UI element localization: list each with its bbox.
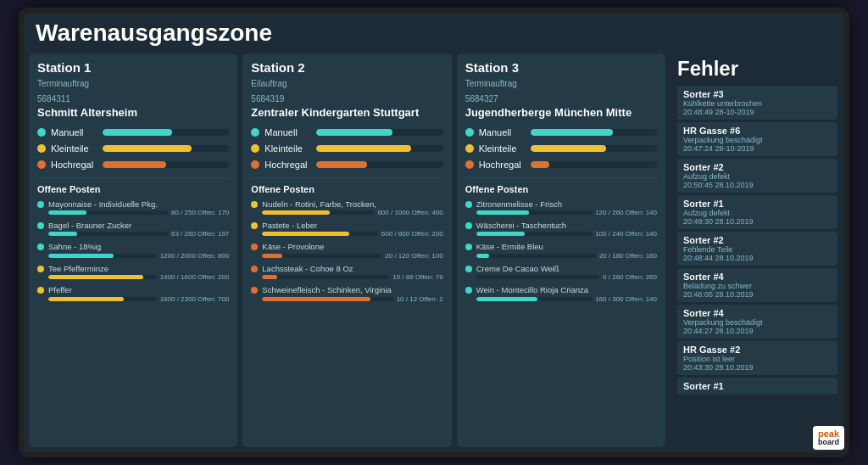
posten-bar-bg-0 [262,210,374,215]
posten-bar-fill-1 [262,232,348,236]
posten-bar-row-0: 120 / 260 Offen: 140 [476,209,657,216]
posten-bar-bg-2 [48,254,157,258]
fehler-item-desc-6: Verpackung beschädigt [683,318,832,327]
metric-dot-1 [465,144,474,153]
fehler-item-5: Sorter #4 Beladung zu schwer 20:46:05 28… [677,268,837,302]
metric-bar-2 [531,161,657,168]
posten-dot-0 [465,201,472,208]
posten-numbers-0: 120 / 260 Offen: 140 [595,209,657,216]
posten-item-2: Käse - Ermite Bleu 20 / 180 Offen: 160 [465,242,657,259]
posten-bar-fill-2 [476,254,490,258]
station-order-num: 5684327 [465,94,657,104]
posten-name-2: Sahne - 18%ig [48,242,229,251]
posten-info-2: Käse - Ermite Bleu 20 / 180 Offen: 160 [476,242,657,259]
stations-area: Station 1 Terminauftrag 5684311 Schmitt … [24,50,670,452]
station-title: Station 3 [465,60,657,75]
posten-info-3: Lachssteak - Cohoe 8 Oz 10 / 86 Offen: 7… [262,264,442,281]
posten-bar-row-3: 1400 / 1600 Offen: 200 [48,273,229,281]
fehler-item-time-0: 20:48:49 28-10-2019 [683,108,832,116]
fehler-item-8: Sorter #1 [677,378,837,395]
posten-bar-row-2: 20 / 120 Offen: 100 [262,252,442,260]
metric-label-0: Manuell [51,127,97,137]
fehler-item-time-2: 20:50:45 28.10.2019 [683,181,832,189]
posten-dot-2 [465,244,472,250]
metric-label-1: Kleinteile [479,143,526,154]
posten-bar-bg-4 [48,297,157,301]
fehler-item-0: Sorter #3 Kühlkette unterbrochen 20:48:4… [677,86,837,120]
metric-dot-1 [37,144,46,153]
posten-name-2: Käse - Ermite Bleu [476,242,657,251]
fehler-item-time-3: 20:49:30 28.10.2019 [683,217,832,226]
posten-bar-bg-4 [476,297,593,301]
fehler-item-7: HR Gasse #2 Position ist leer 20:43:30 2… [677,341,837,375]
metric-label-1: Kleinteile [51,143,97,154]
metric-bar-2 [316,161,442,168]
posten-info-0: Mayonnaise - Individuelle Pkg. 80 / 250 … [48,199,229,216]
fehler-item-time-7: 20:43:30 28.10.2019 [683,363,832,372]
posten-numbers-4: 160 / 300 Offen: 140 [595,295,657,303]
station-order-num: 5684311 [37,94,229,104]
posten-item-0: Mayonnaise - Individuelle Pkg. 80 / 250 … [37,199,229,216]
posten-bar-bg-3 [262,275,389,279]
posten-item-3: Tee Pfefferminze 1400 / 1600 Offen: 200 [37,264,229,281]
posten-item-2: Käse - Provolone 20 / 120 Offen: 100 [251,242,442,259]
fehler-item-title-3: Sorter #1 [683,199,832,209]
posten-bar-fill-4 [262,297,370,301]
posten-item-3: Lachssteak - Cohoe 8 Oz 10 / 86 Offen: 7… [251,264,442,281]
posten-dot-2 [37,244,44,250]
metric-bar-fill-0 [103,129,172,136]
posten-info-2: Käse - Provolone 20 / 120 Offen: 100 [262,242,442,259]
posten-numbers-2: 1200 / 2000 Offen: 800 [160,252,230,260]
metric-bar-fill-0 [316,129,392,136]
metric-bar-fill-2 [316,161,367,168]
posten-info-3: Tee Pfefferminze 1400 / 1600 Offen: 200 [48,264,229,281]
station-type: Terminauftrag [37,79,229,88]
posten-numbers-3: 0 / 260 Offen: 260 [603,273,657,281]
metric-row-2: Hochregal [37,160,229,170]
fehler-item-title-2: Sorter #2 [683,162,832,172]
posten-dot-0 [251,201,258,208]
posten-dot-4 [465,287,472,294]
fehler-item-desc-2: Aufzug defekt [683,172,832,181]
posten-bar-fill-4 [48,297,124,301]
posten-info-1: Bagel - Brauner Zucker 63 / 260 Offen: 1… [48,221,229,238]
station-order-num: 5684319 [251,94,442,104]
station-title: Station 1 [37,60,229,75]
posten-numbers-4: 10 / 12 Offen: 2 [397,295,443,303]
divider [465,177,657,178]
offene-title: Offene Posten [465,184,657,194]
fehler-item-title-8: Sorter #1 [683,381,832,391]
peakboard-logo: peak board [813,426,844,450]
fehler-item-time-6: 20:44:27 28.10.2019 [683,327,832,335]
posten-item-0: Nudeln - Rotini, Farbe, Trocken, 600 / 1… [251,199,442,216]
posten-info-1: Wäscherei - Taschentuch 100 / 240 Offen:… [476,221,657,238]
metric-dot-2 [37,160,46,169]
metric-row-0: Manuell [465,127,657,137]
posten-bar-bg-0 [48,210,168,215]
fehler-item-title-0: Sorter #3 [683,89,832,99]
posten-bar-bg-4 [262,297,392,301]
fehler-item-time-4: 20:48:44 28.10.2019 [683,254,832,262]
posten-bar-row-2: 1200 / 2000 Offen: 800 [48,252,229,260]
posten-name-3: Tee Pfefferminze [48,264,229,273]
posten-info-2: Sahne - 18%ig 1200 / 2000 Offen: 800 [48,242,229,259]
metric-bar-0 [531,129,657,136]
metric-bar-fill-2 [531,161,549,168]
posten-info-3: Creme De Cacao Weiß 0 / 260 Offen: 260 [476,264,657,281]
metric-label-2: Hochregal [51,160,97,170]
metric-label-2: Hochregal [264,160,311,170]
metric-row-2: Hochregal [465,160,657,170]
metric-bar-fill-1 [316,145,411,152]
posten-bar-row-4: 160 / 300 Offen: 140 [476,295,657,303]
posten-name-0: Zitronenmelisse - Frisch [476,199,657,209]
metric-bar-fill-1 [103,145,192,152]
metric-row-1: Kleinteile [37,143,229,154]
posten-info-4: Pfeffer 1600 / 2300 Offen: 700 [48,285,229,302]
posten-name-4: Wein - Montecillo Rioja Crianza [476,285,657,294]
station-name: Zentraler Kindergarten Stuttgart [251,106,442,120]
posten-dot-0 [37,201,44,208]
posten-numbers-0: 80 / 250 Offen: 170 [171,209,229,216]
posten-bar-bg-0 [476,210,593,215]
fehler-item-title-6: Sorter #4 [683,308,832,318]
posten-name-4: Pfeffer [48,285,229,294]
